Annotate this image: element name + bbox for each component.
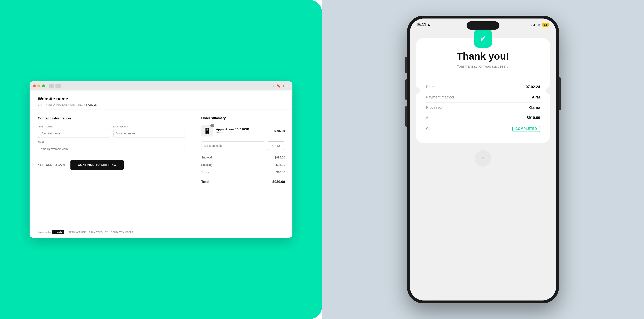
signal-bar-1 xyxy=(531,26,532,26)
contact-section-title: Contact information xyxy=(38,116,186,120)
signal-bar-3 xyxy=(534,24,535,26)
taxes-label: Taxes xyxy=(201,171,209,174)
close-button[interactable]: × xyxy=(475,150,491,167)
checkout-header: Website name CART › INFORMATION › SHIPPI… xyxy=(30,90,292,110)
shipping-value: $25.00 xyxy=(276,163,285,166)
phone-frame: 9:41 ▲ ∞ 32 xyxy=(407,16,559,303)
powered-by: Powered by p paytx xyxy=(38,230,64,234)
product-variant: Green xyxy=(216,131,271,134)
thank-you-title: Thank you! xyxy=(426,51,540,62)
last-name-label: LAST NAME* xyxy=(113,125,186,128)
date-label: Date: xyxy=(426,85,435,89)
browser-content: Website name CART › INFORMATION › SHIPPI… xyxy=(30,90,292,238)
phone-silent-switch xyxy=(406,106,406,127)
brand-name: paytx xyxy=(56,231,62,234)
signal-bars xyxy=(531,23,536,26)
time-display: 9:41 xyxy=(417,22,426,27)
status-time: 9:41 ▲ xyxy=(417,22,430,27)
taxes-value: $10.00 xyxy=(276,171,285,174)
check-icon: ✓ xyxy=(480,34,487,44)
return-to-cart-button[interactable]: < RETURN TO CART xyxy=(38,163,66,166)
name-row: FIRST NAME* LAST NAME* xyxy=(38,125,186,138)
status-badge: COMPLETED xyxy=(512,126,540,132)
breadcrumb-information[interactable]: INFORMATION xyxy=(48,103,67,106)
breadcrumb-payment[interactable]: PAYMENT xyxy=(86,103,99,106)
phone-volume-up xyxy=(406,57,406,73)
form-actions: < RETURN TO CART CONTINUE TO SHIPPING xyxy=(38,160,186,170)
breadcrumb-cart[interactable]: CART xyxy=(38,103,45,106)
first-name-label: FIRST NAME* xyxy=(38,125,110,128)
processor-label: Processor xyxy=(426,105,442,110)
browser-dot-yellow[interactable] xyxy=(38,85,40,87)
browser-dot-red[interactable] xyxy=(33,85,36,87)
email-label: EMAIL* xyxy=(38,141,186,143)
card-tear-left xyxy=(412,87,420,94)
paytx-logo: p paytx xyxy=(52,230,64,234)
browser-nav: ‹ › xyxy=(49,84,61,88)
connectivity-icon: ∞ xyxy=(538,23,541,27)
phone-volume-down xyxy=(406,79,406,100)
left-panel: ‹ › ⬆ 🔖 + ⊞ Website name CART › INFORMAT… xyxy=(0,0,322,319)
plus-icon[interactable]: + xyxy=(282,84,284,88)
privacy-link[interactable]: PRIVACY POLICY xyxy=(89,231,108,233)
payment-method-row: Payment method APM xyxy=(426,92,540,103)
product-emoji: 📱 xyxy=(204,127,211,134)
product-image: 📱 1 xyxy=(201,125,213,136)
phone-content: ✓ Thank you! Your transaction was succes… xyxy=(410,31,556,300)
amount-label: Amount: xyxy=(426,116,440,120)
signal-bar-4 xyxy=(536,24,536,26)
shipping-label: Shipping xyxy=(201,163,212,166)
bookmark-icon[interactable]: 🔖 xyxy=(276,84,280,88)
browser-window: ‹ › ⬆ 🔖 + ⊞ Website name CART › INFORMAT… xyxy=(30,81,292,238)
subtotal-value: $895.00 xyxy=(274,156,285,159)
processor-row: Processor Klarna xyxy=(426,103,540,113)
browser-titlebar: ‹ › ⬆ 🔖 + ⊞ xyxy=(30,81,292,90)
checkout-footer: Powered by p paytx TERMS OF USE PRIVACY … xyxy=(30,227,292,238)
amount-row: Amount: $910.00 xyxy=(426,113,540,123)
footer-links: TERMS OF USE PRIVACY POLICY CONTACT SUPP… xyxy=(69,231,133,233)
total-line: Total $930.00 xyxy=(201,177,285,184)
continue-to-shipping-button[interactable]: CONTINUE TO SHIPPING xyxy=(70,160,124,170)
check-icon-wrapper: ✓ xyxy=(474,29,492,48)
last-name-group: LAST NAME* xyxy=(113,125,186,138)
product-row: 📱 1 Apple iPhone 15, 128GB Green $895.00 xyxy=(201,125,285,136)
apply-button[interactable]: APPLY xyxy=(267,141,285,150)
signal-bar-2 xyxy=(533,25,534,26)
discount-input[interactable] xyxy=(201,141,265,150)
browser-forward-btn[interactable]: › xyxy=(56,84,61,88)
payment-method-value: APM xyxy=(532,95,540,100)
subtotal-label: Subtotal xyxy=(201,156,212,159)
date-row: Date: 07.02.24 xyxy=(426,82,540,92)
powered-by-label: Powered by xyxy=(38,231,51,234)
discount-row: APPLY xyxy=(201,141,285,150)
location-arrow-icon: ▲ xyxy=(427,23,430,27)
subtotal-line: Subtotal $895.00 xyxy=(201,155,285,160)
card-tear-right xyxy=(546,87,554,94)
email-input[interactable] xyxy=(38,145,186,153)
browser-back-btn[interactable]: ‹ xyxy=(49,84,54,88)
total-value: $930.00 xyxy=(272,180,285,184)
grid-icon[interactable]: ⊞ xyxy=(286,84,289,88)
support-link[interactable]: CONTACT SUPPORT xyxy=(111,231,133,233)
phone-power-button xyxy=(560,77,560,110)
checkout-form: Contact information FIRST NAME* LAST NAM… xyxy=(30,110,194,227)
checkout-body: Contact information FIRST NAME* LAST NAM… xyxy=(30,110,292,227)
battery-badge: 32 xyxy=(542,23,549,27)
total-label: Total xyxy=(201,180,209,184)
share-icon[interactable]: ⬆ xyxy=(272,84,274,88)
taxes-line: Taxes $10.00 xyxy=(201,170,285,175)
email-group: EMAIL* xyxy=(38,141,186,153)
breadcrumb-shipping[interactable]: SHIPPING xyxy=(70,103,83,106)
product-name: Apple iPhone 15, 128GB xyxy=(216,128,271,131)
shipping-line: Shipping $25.00 xyxy=(201,162,285,167)
terms-link[interactable]: TERMS OF USE xyxy=(69,231,86,233)
thank-you-subtitle: Your transaction was successful xyxy=(426,64,540,69)
product-quantity-badge: 1 xyxy=(210,124,214,127)
first-name-input[interactable] xyxy=(38,129,110,138)
status-row: Status: COMPLETED xyxy=(426,123,540,135)
dynamic-island xyxy=(466,21,500,30)
last-name-input[interactable] xyxy=(113,129,186,138)
browser-dot-green[interactable] xyxy=(42,85,45,87)
card-divider xyxy=(426,76,540,76)
close-icon: × xyxy=(481,155,485,162)
